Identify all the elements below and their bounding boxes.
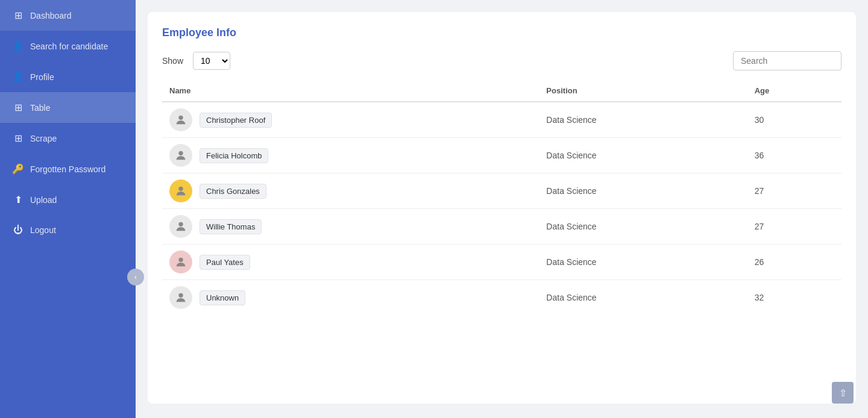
col-header-name: Name — [162, 80, 539, 102]
name-cell: Paul Yates — [162, 245, 539, 280]
avatar — [169, 144, 192, 167]
svg-point-3 — [178, 222, 183, 226]
sidebar-item-forgotten-password[interactable]: 🔑Forgotten Password — [0, 154, 136, 184]
avatar — [169, 179, 192, 202]
sidebar-item-upload[interactable]: ⬆Upload — [0, 184, 136, 215]
avatar — [169, 108, 192, 131]
svg-point-1 — [178, 151, 183, 155]
page-title: Employee Info — [162, 27, 841, 39]
table-row[interactable]: Willie ThomasData Science27 — [162, 209, 841, 245]
show-select[interactable]: 102550100 — [193, 52, 230, 70]
logout-icon: ⏻ — [12, 225, 24, 236]
sidebar-item-scrape[interactable]: ⊞Scrape — [0, 123, 136, 154]
employee-name: Felicia Holcomb — [200, 148, 268, 163]
age-cell: 27 — [747, 173, 841, 209]
dashboard-icon: ⊞ — [12, 10, 24, 21]
toolbar: Show 102550100 — [162, 51, 841, 70]
search-input[interactable] — [733, 51, 841, 70]
position-cell: Data Science — [539, 209, 747, 245]
position-cell: Data Science — [539, 245, 747, 280]
sidebar-label-upload: Upload — [30, 195, 57, 205]
sidebar-label-profile: Profile — [30, 72, 54, 82]
age-cell: 26 — [747, 245, 841, 280]
avatar — [169, 286, 192, 309]
svg-point-4 — [178, 258, 183, 262]
scroll-top-button[interactable]: ⇧ — [832, 382, 854, 404]
name-cell: Willie Thomas — [162, 209, 539, 245]
sidebar-label-search-for-candidate: Search for candidate — [30, 42, 108, 51]
employee-table: NamePositionAge Christopher RoofData Sci… — [162, 80, 841, 315]
sidebar-item-profile[interactable]: 👤Profile — [0, 61, 136, 92]
col-header-position: Position — [539, 80, 747, 102]
age-cell: 36 — [747, 138, 841, 173]
name-cell: Unknown — [162, 280, 539, 316]
age-cell: 30 — [747, 102, 841, 138]
sidebar-label-scrape: Scrape — [30, 134, 57, 143]
forgotten-password-icon: 🔑 — [12, 163, 24, 175]
table-icon: ⊞ — [12, 102, 24, 113]
sidebar-item-logout[interactable]: ⏻Logout — [0, 215, 136, 245]
sidebar-item-table[interactable]: ⊞Table — [0, 92, 136, 123]
sidebar: ⊞Dashboard👤Search for candidate👤Profile⊞… — [0, 0, 136, 418]
sidebar-label-dashboard: Dashboard — [30, 11, 72, 20]
position-cell: Data Science — [539, 102, 747, 138]
sidebar-label-logout: Logout — [30, 225, 56, 235]
scrape-icon: ⊞ — [12, 133, 24, 144]
content-area: Employee Info Show 102550100 NamePositio… — [148, 12, 856, 404]
sidebar-label-forgotten-password: Forgotten Password — [30, 164, 105, 174]
sidebar-collapse-button[interactable]: ‹ — [127, 269, 144, 285]
avatar — [169, 215, 192, 238]
main-content: Employee Info Show 102550100 NamePositio… — [136, 0, 868, 418]
show-label: Show — [162, 56, 183, 66]
table-row[interactable]: Christopher RoofData Science30 — [162, 102, 841, 138]
search-for-candidate-icon: 👤 — [12, 40, 24, 52]
name-cell: Chris Gonzales — [162, 173, 539, 209]
position-cell: Data Science — [539, 173, 747, 209]
svg-point-0 — [178, 116, 183, 120]
profile-icon: 👤 — [12, 71, 24, 83]
avatar — [169, 251, 192, 273]
sidebar-label-table: Table — [30, 103, 50, 113]
employee-name: Unknown — [200, 290, 245, 305]
table-row[interactable]: Chris GonzalesData Science27 — [162, 173, 841, 209]
age-cell: 27 — [747, 209, 841, 245]
name-cell: Felicia Holcomb — [162, 138, 539, 173]
col-header-age: Age — [747, 80, 841, 102]
employee-name: Chris Gonzales — [200, 184, 266, 199]
sidebar-item-dashboard[interactable]: ⊞Dashboard — [0, 0, 136, 31]
table-row[interactable]: Felicia HolcombData Science36 — [162, 138, 841, 173]
upload-icon: ⬆ — [12, 194, 24, 205]
table-row[interactable]: UnknownData Science32 — [162, 280, 841, 316]
position-cell: Data Science — [539, 138, 747, 173]
table-row[interactable]: Paul YatesData Science26 — [162, 245, 841, 280]
svg-point-2 — [178, 187, 183, 191]
employee-name: Willie Thomas — [200, 219, 262, 234]
employee-name: Christopher Roof — [200, 113, 272, 128]
name-cell: Christopher Roof — [162, 102, 539, 138]
position-cell: Data Science — [539, 280, 747, 316]
age-cell: 32 — [747, 280, 841, 316]
sidebar-item-search-for-candidate[interactable]: 👤Search for candidate — [0, 31, 136, 61]
employee-name: Paul Yates — [200, 255, 250, 270]
svg-point-5 — [178, 293, 183, 298]
